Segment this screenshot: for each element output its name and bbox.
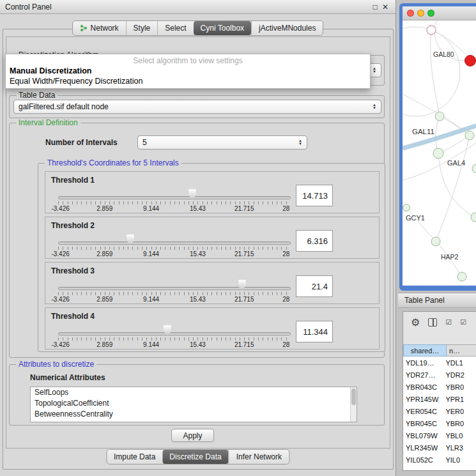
list-item[interactable]: TopologicalCoefficient [31,398,357,409]
column-header-shared[interactable]: shared… [403,344,447,357]
cell[interactable]: YBL079W [403,432,441,440]
tab-jactivemnodules[interactable]: jActiveMNodules [251,21,323,35]
list-scrollbar[interactable] [350,387,357,422]
attributes-legend: Attributes to discretize [16,360,96,369]
float-button[interactable]: □ [370,3,380,12]
network-node[interactable] [403,204,410,211]
network-node[interactable] [471,213,476,222]
close-traffic-light[interactable] [407,10,414,17]
threshold-2-slider[interactable]: -3.426 2.859 9.144 15.43 21.715 28 [58,231,291,259]
tab-select[interactable]: Select [157,21,193,35]
cell[interactable]: YLR3 [441,444,476,452]
cell[interactable]: YIL0 [441,456,476,464]
network-edge[interactable] [403,27,460,116]
table-row[interactable]: YDL19… YDL1 [403,357,476,369]
cell[interactable]: YDR27… [403,371,441,379]
tab-style[interactable]: Style [126,21,158,35]
cell[interactable]: YER0 [441,408,476,415]
network-edge[interactable] [436,116,440,153]
cell[interactable]: YBR045C [403,420,441,427]
network-window-titlebar[interactable] [403,6,476,20]
scrollbar-thumb[interactable] [351,388,356,405]
dropdown-option-equal-width[interactable]: Equal Width/Frequency Discretization [6,76,370,86]
dropdown-option-manual[interactable]: Manual Discretization [6,66,370,76]
slider-ticks [58,292,291,295]
tab-style-label: Style [134,24,151,33]
table-panel-header[interactable]: Table Panel [398,293,476,308]
network-edge[interactable] [431,30,440,116]
network-node[interactable] [457,272,466,281]
tab-infer-network[interactable]: Infer Network [229,450,289,464]
cell[interactable]: YIL052C [403,456,441,464]
table-row[interactable]: YDR27… YDR2 [403,369,476,381]
table-row[interactable]: YBR045C YBR0 [403,417,476,429]
network-node[interactable] [431,237,440,246]
table-row[interactable]: YIL052C YIL0 [403,454,476,466]
node-label-hap2: HAP2 [441,253,459,261]
control-panel-titlebar[interactable]: Control Panel □ ✕ [0,0,395,14]
threshold-1-slider[interactable]: -3.426 2.859 9.144 15.43 21.715 28 [58,186,291,214]
cell[interactable]: YDR2 [441,371,476,379]
cell[interactable]: YBR043C [403,383,441,391]
cell[interactable]: YDL19… [403,359,441,367]
desktop: { "colors": { "window_bg": "#d7d7d7", "s… [0,0,476,476]
table-row[interactable]: YER054C YER0 [403,405,476,417]
scale-label: 2.859 [96,341,112,348]
network-canvas[interactable]: GAL80 GAL11 GAL4 GCY1 HAP2 [403,20,476,286]
network-edge[interactable] [406,208,436,242]
apply-button[interactable]: Apply [171,429,214,442]
window-title: Control Panel [5,3,52,12]
cell[interactable]: YER054C [403,408,441,415]
tab-discretize-data[interactable]: Discretize Data [162,450,228,464]
stepper-icon[interactable]: ▲ ▼ [369,104,376,110]
list-item[interactable]: SelfLoops [31,387,357,398]
slider-track[interactable] [58,242,291,245]
tab-impute-data[interactable]: Impute Data [107,450,162,464]
stepper-icon[interactable]: ▲ ▼ [295,139,302,146]
slider-track[interactable] [58,332,291,335]
threshold-1-value-field[interactable]: 14.713 [296,185,333,206]
number-of-intervals-combobox[interactable]: 5 ▲ ▼ [137,135,307,150]
list-item[interactable]: BetweennessCentrality [31,409,357,420]
threshold-3-value-field[interactable]: 21.4 [296,275,333,297]
tab-network[interactable]: Network [73,21,126,35]
column-header-name[interactable]: n… [447,344,476,357]
table-row[interactable]: YLR345W YLR3 [403,441,476,454]
slider-track[interactable] [58,196,291,199]
zoom-traffic-light[interactable] [427,10,434,17]
network-node-red[interactable] [465,56,476,66]
network-node[interactable] [465,131,474,140]
network-node[interactable] [435,112,444,121]
node-label-gal80: GAL80 [433,50,454,58]
thresholds-group: Threshold's Coordinates for 5 Intervals … [38,163,385,352]
cell[interactable]: YBR0 [441,383,476,391]
checkbox-icon[interactable]: ☑ [445,318,452,326]
threshold-4-value-field[interactable]: 11.344 [296,321,333,342]
minimize-traffic-light[interactable] [417,10,424,17]
table-row[interactable]: YBR043C YBR0 [403,381,476,393]
cell[interactable]: YLR345W [403,444,441,452]
gear-icon[interactable]: ⚙ [411,316,420,328]
cell[interactable]: YDL1 [441,359,476,367]
threshold-2-value-field[interactable]: 6.316 [296,230,333,252]
close-button[interactable]: ✕ [380,3,390,12]
cell[interactable]: YBR0 [441,420,476,427]
threshold-4-slider[interactable]: -3.426 2.859 9.144 15.43 21.715 28 [58,322,291,350]
checkbox-icon[interactable]: ☑ [460,318,466,326]
table-data-combobox[interactable]: galFiltered.sif default node ▲ ▼ [13,100,381,114]
network-view-window: GAL80 GAL11 GAL4 GCY1 HAP2 [399,3,476,291]
cell[interactable]: YPR145W [403,395,441,403]
network-node[interactable] [433,148,443,158]
columns-icon[interactable] [428,318,437,326]
cell[interactable]: YPR1 [441,395,476,403]
network-node[interactable] [427,26,436,35]
tab-cyni-toolbox[interactable]: Cyni Toolbox [194,21,251,35]
threshold-2-label: Threshold 2 [51,221,95,230]
numerical-attributes-list[interactable]: SelfLoops TopologicalCoefficient Between… [30,387,357,422]
network-node[interactable] [472,164,476,173]
threshold-3-slider[interactable]: -3.426 2.859 9.144 15.43 21.715 28 [58,277,291,305]
table-row[interactable]: YBL079W YBL0 [403,429,476,441]
cell[interactable]: YBL0 [441,432,476,440]
slider-track[interactable] [58,287,291,290]
table-row[interactable]: YPR145W YPR1 [403,393,476,405]
